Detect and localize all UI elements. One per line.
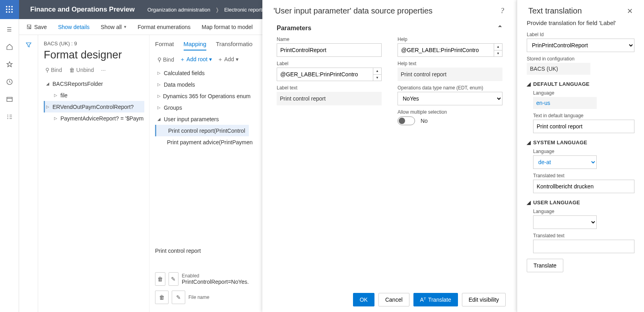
- language-label: Language: [533, 149, 634, 154]
- bind-button[interactable]: ⚲ Bind: [157, 56, 174, 63]
- edit-visibility-button[interactable]: Edit visibility: [462, 293, 506, 306]
- unbind-button[interactable]: 🗑 Unbind: [69, 67, 94, 73]
- close-icon[interactable]: ✕: [627, 7, 633, 16]
- labelid-select[interactable]: PrinPrintControlReport: [527, 39, 634, 52]
- multi-label: Allow multiple selection: [398, 109, 502, 115]
- ok-button[interactable]: OK: [353, 293, 374, 306]
- translate-button[interactable]: Translate: [527, 259, 563, 272]
- expand-icon[interactable]: ▷: [157, 82, 161, 87]
- tree-node[interactable]: ▷Calculated fields: [155, 67, 249, 79]
- recent-icon[interactable]: [6, 78, 14, 86]
- chevron-up-icon: ⌃: [497, 24, 502, 32]
- chevron-right-icon: ❭: [212, 7, 223, 13]
- svg-rect-2: [12, 6, 13, 7]
- format-tree-column: BACS (UK) : 9 Format designer ⚲ Bind 🗑 U…: [38, 35, 149, 312]
- add-button[interactable]: ＋ Add ▾: [217, 56, 239, 63]
- user-translated-text-input[interactable]: [533, 240, 634, 253]
- delete-button[interactable]: 🗑: [155, 272, 165, 286]
- name-label: Name: [277, 37, 382, 42]
- opstype-select[interactable]: NoYes: [398, 92, 502, 105]
- user-language-select[interactable]: [533, 215, 597, 229]
- stepper-buttons[interactable]: ▲▼: [494, 43, 502, 57]
- labelid-label: Label Id: [527, 32, 634, 37]
- cancel-button[interactable]: Cancel: [378, 293, 409, 306]
- group-header-default[interactable]: ◢DEFAULT LANGUAGE: [527, 81, 634, 87]
- help-icon[interactable]: ?: [500, 7, 506, 15]
- collapse-icon[interactable]: ◢: [157, 117, 161, 121]
- panel-title: 'User input parameter' data source prope…: [274, 6, 433, 16]
- bind-button[interactable]: ⚲ Bind: [45, 67, 62, 73]
- help-input[interactable]: [398, 43, 494, 57]
- tab-format[interactable]: Format: [155, 41, 174, 50]
- translated-text-label: Translated text: [533, 173, 634, 178]
- tree-node[interactable]: ▷Dynamics 365 for Operations enum: [155, 90, 249, 102]
- default-language[interactable]: en-us: [533, 97, 597, 109]
- svg-rect-3: [6, 9, 7, 10]
- stored-label: Stored in configuration: [527, 56, 634, 62]
- multi-value: No: [421, 118, 428, 124]
- tree-node[interactable]: ▷file: [44, 89, 144, 101]
- filter-icon[interactable]: [25, 41, 32, 312]
- tree-node[interactable]: ▷Data models: [155, 79, 249, 90]
- opstype-label: Operations data type name (EDT, enum): [398, 85, 502, 91]
- save-button[interactable]: 🖫Save: [26, 24, 47, 30]
- tree-node[interactable]: ▷Groups: [155, 102, 249, 113]
- group-header-system[interactable]: ◢SYSTEM LANGUAGE: [527, 140, 634, 145]
- tree-node-selected[interactable]: ▷ERVendOutPaymControlReport?: [44, 101, 144, 112]
- tree-node[interactable]: ◢BACSReportsFolder: [44, 78, 144, 89]
- stored-value: BACS (UK): [527, 63, 590, 75]
- tree-node-selected[interactable]: Print control report(PrintControl: [155, 125, 249, 136]
- tab-transformations[interactable]: Transformations: [216, 41, 253, 50]
- tree-node[interactable]: Print payment advice(PrintPaymen: [155, 136, 249, 148]
- labeltext-value: Print control report: [277, 92, 382, 105]
- star-icon[interactable]: [6, 60, 14, 68]
- language-label: Language: [533, 209, 634, 214]
- breadcrumb-item[interactable]: Organization administration: [146, 7, 212, 13]
- tab-mapping[interactable]: Mapping: [184, 41, 207, 50]
- workspace-icon[interactable]: [6, 95, 14, 103]
- app-launcher-icon[interactable]: [0, 0, 19, 19]
- multi-toggle[interactable]: [398, 116, 415, 125]
- default-text-label: Text in default language: [533, 113, 634, 118]
- tree-node[interactable]: ◢User input parameters: [155, 113, 249, 125]
- edit-button[interactable]: ✎: [169, 272, 179, 286]
- home-icon[interactable]: [6, 43, 14, 51]
- show-details-button[interactable]: Show details: [58, 24, 89, 30]
- expand-icon[interactable]: ▷: [54, 93, 58, 97]
- expand-icon[interactable]: ▷: [157, 94, 161, 98]
- svg-rect-1: [9, 6, 10, 7]
- default-text-input[interactable]: [533, 120, 634, 133]
- modules-icon[interactable]: [6, 113, 14, 121]
- translated-text-input[interactable]: [533, 180, 634, 193]
- translate-button[interactable]: AᵀTranslate: [413, 293, 458, 306]
- expand-icon[interactable]: ▷: [157, 71, 161, 75]
- edit-button[interactable]: ✎: [172, 291, 185, 304]
- svg-rect-0: [6, 6, 7, 7]
- translated-text-label: Translated text: [533, 233, 634, 238]
- data-source-tree: ▷Calculated fields ▷Data models ▷Dynamic…: [155, 67, 249, 148]
- panel-title: Text translation: [528, 6, 582, 16]
- collapse-icon[interactable]: ◢: [46, 81, 50, 86]
- delete-button[interactable]: 🗑: [155, 291, 169, 304]
- stepper-buttons[interactable]: ▲▼: [373, 68, 382, 81]
- more-button[interactable]: ···: [101, 67, 106, 73]
- svg-rect-8: [12, 12, 13, 13]
- map-format-button[interactable]: Map format to model: [202, 24, 252, 30]
- add-root-button[interactable]: ＋ Add root ▾: [180, 56, 212, 63]
- expand-icon[interactable]: ▷: [46, 105, 50, 109]
- svg-rect-10: [7, 97, 12, 102]
- section-header[interactable]: Parameters ⌃: [262, 19, 517, 37]
- down-icon: ▼: [494, 50, 502, 57]
- group-header-user[interactable]: ◢USER LANGUAGE: [527, 200, 634, 205]
- label-input[interactable]: [277, 68, 373, 81]
- tree-node[interactable]: ▷PaymentAdviceReport? = '$Paym: [44, 112, 144, 124]
- expand-icon[interactable]: ▷: [54, 116, 58, 120]
- show-all-button[interactable]: Show all▾: [101, 24, 126, 30]
- labeltext-label: Label text: [277, 85, 382, 91]
- expand-icon[interactable]: ▷: [157, 105, 161, 110]
- svg-rect-5: [12, 9, 13, 10]
- hamburger-icon[interactable]: ☰: [6, 25, 14, 33]
- format-enumerations-button[interactable]: Format enumerations: [138, 24, 190, 30]
- name-input[interactable]: [277, 43, 382, 57]
- system-language-select[interactable]: de-at: [533, 155, 597, 169]
